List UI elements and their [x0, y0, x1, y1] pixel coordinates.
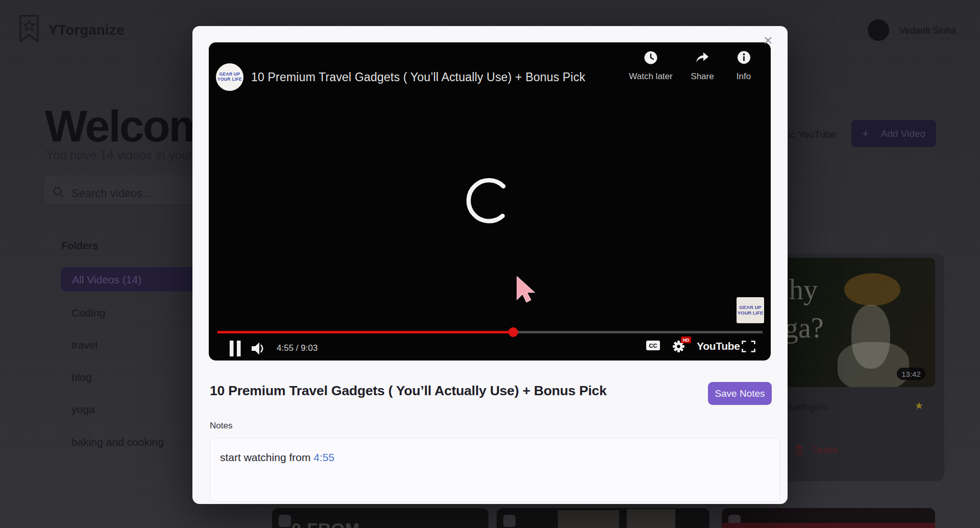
- progress-bar[interactable]: [217, 331, 763, 333]
- channel-avatar[interactable]: GEAR UP YOUR LIFE: [216, 63, 243, 91]
- sidebar-item-coding[interactable]: Coding: [71, 307, 106, 319]
- fullscreen-icon[interactable]: [742, 341, 755, 352]
- video-thumbnail[interactable]: 0 FROM: [272, 508, 488, 528]
- search-icon: [53, 186, 65, 199]
- search-placeholder: Search videos...: [71, 187, 152, 200]
- trash-icon[interactable]: [795, 444, 804, 455]
- sidebar-item-yoga[interactable]: yoga: [71, 403, 95, 416]
- loading-spinner: [463, 175, 514, 226]
- info-icon[interactable]: [737, 51, 751, 64]
- progress-scrubber[interactable]: [508, 327, 518, 337]
- app-title: YTorganize: [48, 22, 125, 38]
- watch-later-icon[interactable]: [644, 51, 658, 65]
- hd-quality-badge: HD: [681, 337, 691, 343]
- user-name: Vedanti Sinha: [899, 26, 956, 36]
- sidebar-item-travel[interactable]: travel: [71, 339, 97, 351]
- notes-textarea[interactable]: [210, 438, 780, 502]
- mouse-cursor: [516, 276, 539, 307]
- video-thumbnail[interactable]: [722, 508, 935, 528]
- favorite-star-icon[interactable]: ★: [915, 400, 923, 412]
- thumbnail-badge: [279, 515, 291, 527]
- thumbnail-figure: [844, 273, 900, 306]
- add-video-label: Add Video: [881, 128, 925, 139]
- close-icon[interactable]: ×: [764, 33, 773, 48]
- notes-label: Notes: [210, 421, 232, 431]
- progress-played: [217, 331, 513, 333]
- info-label[interactable]: Info: [710, 71, 777, 82]
- channel-name: Sadhguru: [787, 401, 828, 413]
- thumbnail-badge: [503, 515, 516, 527]
- note-timestamp-link[interactable]: 4:55: [313, 451, 334, 463]
- sidebar-item-blog[interactable]: blog: [71, 371, 92, 383]
- user-avatar[interactable]: [868, 19, 889, 41]
- sidebar-item-baking-and-cooking[interactable]: baking and cooking: [71, 436, 164, 448]
- delete-button[interactable]: Delete: [813, 445, 838, 455]
- pause-button[interactable]: [229, 340, 241, 357]
- duration-badge: 13:42: [897, 368, 925, 380]
- modal-video-title: 10 Premium Travel Gadgets ( You’ll Actua…: [210, 383, 606, 399]
- add-video-button[interactable]: + Add Video: [851, 120, 936, 147]
- app-logo-bookmark-icon: [17, 14, 41, 44]
- sidebar-item-label: All Videos (14): [72, 274, 141, 286]
- share-icon[interactable]: [695, 51, 710, 63]
- time-display: 4:55 / 9:03: [277, 343, 317, 353]
- note-text: start watching from: [220, 451, 310, 463]
- video-thumbnail[interactable]: [497, 508, 709, 528]
- folders-heading: Folders: [61, 240, 98, 252]
- captions-button[interactable]: CC: [646, 341, 660, 350]
- plus-icon: +: [862, 127, 869, 140]
- volume-icon[interactable]: [251, 342, 266, 355]
- player-video-title[interactable]: 10 Premium Travel Gadgets ( You’ll Actua…: [251, 70, 585, 84]
- save-notes-button[interactable]: Save Notes: [708, 382, 772, 405]
- screen: YTorganize Vedanti Sinha Welcome You hav…: [0, 0, 980, 528]
- thumbnail-text-fragment: 0 FROM: [291, 519, 360, 528]
- youtube-logo[interactable]: YouTube: [697, 340, 740, 352]
- note-content[interactable]: start watching from 4:55: [220, 451, 334, 464]
- channel-watermark[interactable]: GEAR UP YOUR LIFE: [737, 297, 764, 323]
